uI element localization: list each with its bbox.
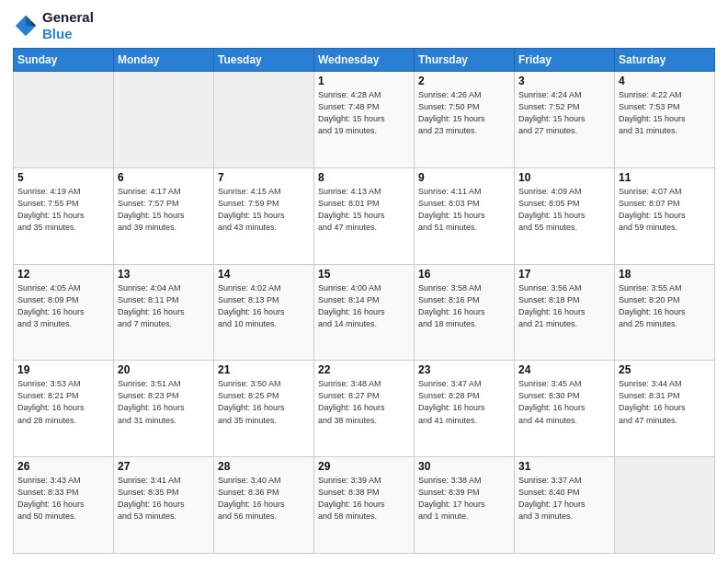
calendar-day-cell: 21Sunrise: 3:50 AM Sunset: 8:25 PM Dayli… [214, 361, 314, 457]
svg-marker-1 [26, 16, 36, 26]
calendar-week-row: 19Sunrise: 3:53 AM Sunset: 8:21 PM Dayli… [14, 361, 715, 457]
day-number: 20 [118, 363, 210, 376]
day-number: 3 [518, 75, 610, 87]
calendar-day-cell [214, 72, 314, 168]
calendar-day-cell: 26Sunrise: 3:43 AM Sunset: 8:33 PM Dayli… [14, 457, 114, 554]
day-info: Sunrise: 4:15 AM Sunset: 7:59 PM Dayligh… [218, 186, 310, 234]
calendar-day-cell: 25Sunrise: 3:44 AM Sunset: 8:31 PM Dayli… [615, 361, 715, 457]
day-info: Sunrise: 3:38 AM Sunset: 8:39 PM Dayligh… [418, 475, 510, 523]
day-number: 17 [518, 268, 610, 281]
calendar-day-cell: 19Sunrise: 3:53 AM Sunset: 8:21 PM Dayli… [14, 361, 114, 457]
calendar-day-cell: 3Sunrise: 4:24 AM Sunset: 7:52 PM Daylig… [515, 72, 615, 168]
calendar-day-cell: 14Sunrise: 4:02 AM Sunset: 8:13 PM Dayli… [214, 264, 314, 361]
day-number: 18 [619, 268, 711, 281]
page: General Blue SundayMondayTuesdayWednesda… [0, 0, 728, 563]
day-number: 22 [318, 363, 410, 376]
day-number: 29 [318, 460, 410, 473]
weekday-header: Monday [114, 49, 214, 72]
day-info: Sunrise: 3:45 AM Sunset: 8:30 PM Dayligh… [518, 378, 610, 426]
day-number: 25 [619, 363, 711, 376]
day-number: 26 [17, 460, 109, 473]
calendar-day-cell: 7Sunrise: 4:15 AM Sunset: 7:59 PM Daylig… [214, 167, 314, 264]
calendar-week-row: 12Sunrise: 4:05 AM Sunset: 8:09 PM Dayli… [14, 264, 715, 361]
calendar-week-row: 5Sunrise: 4:19 AM Sunset: 7:55 PM Daylig… [14, 167, 715, 264]
calendar-day-cell: 17Sunrise: 3:56 AM Sunset: 8:18 PM Dayli… [515, 264, 615, 361]
day-number: 19 [17, 363, 109, 376]
day-info: Sunrise: 4:09 AM Sunset: 8:05 PM Dayligh… [518, 186, 610, 234]
day-info: Sunrise: 4:24 AM Sunset: 7:52 PM Dayligh… [518, 89, 610, 137]
calendar-day-cell: 13Sunrise: 4:04 AM Sunset: 8:11 PM Dayli… [114, 264, 214, 361]
calendar-day-cell: 24Sunrise: 3:45 AM Sunset: 8:30 PM Dayli… [515, 361, 615, 457]
calendar-day-cell [14, 72, 114, 168]
day-info: Sunrise: 4:13 AM Sunset: 8:01 PM Dayligh… [318, 186, 410, 234]
calendar-day-cell: 10Sunrise: 4:09 AM Sunset: 8:05 PM Dayli… [515, 167, 615, 264]
calendar-day-cell: 28Sunrise: 3:40 AM Sunset: 8:36 PM Dayli… [214, 457, 314, 554]
day-info: Sunrise: 4:17 AM Sunset: 7:57 PM Dayligh… [118, 186, 210, 234]
day-info: Sunrise: 4:05 AM Sunset: 8:09 PM Dayligh… [17, 282, 109, 330]
calendar-day-cell: 30Sunrise: 3:38 AM Sunset: 8:39 PM Dayli… [415, 457, 515, 554]
header: General Blue [13, 9, 715, 42]
logo-text: General Blue [42, 9, 94, 42]
calendar-header-row: SundayMondayTuesdayWednesdayThursdayFrid… [14, 49, 715, 72]
day-number: 11 [619, 171, 711, 184]
day-info: Sunrise: 3:39 AM Sunset: 8:38 PM Dayligh… [318, 475, 410, 523]
calendar-table: SundayMondayTuesdayWednesdayThursdayFrid… [13, 48, 715, 554]
weekday-header: Friday [515, 49, 615, 72]
day-info: Sunrise: 3:58 AM Sunset: 8:16 PM Dayligh… [418, 282, 510, 330]
day-info: Sunrise: 3:56 AM Sunset: 8:18 PM Dayligh… [518, 282, 610, 330]
day-info: Sunrise: 4:02 AM Sunset: 8:13 PM Dayligh… [218, 282, 310, 330]
calendar-day-cell: 2Sunrise: 4:26 AM Sunset: 7:50 PM Daylig… [415, 72, 515, 168]
calendar-day-cell: 9Sunrise: 4:11 AM Sunset: 8:03 PM Daylig… [415, 167, 515, 264]
day-info: Sunrise: 4:19 AM Sunset: 7:55 PM Dayligh… [17, 186, 109, 234]
day-number: 23 [418, 363, 510, 376]
day-number: 27 [118, 460, 210, 473]
calendar-day-cell: 12Sunrise: 4:05 AM Sunset: 8:09 PM Dayli… [14, 264, 114, 361]
weekday-header: Wednesday [314, 49, 415, 72]
day-number: 14 [218, 268, 310, 281]
day-number: 5 [17, 171, 109, 184]
day-number: 8 [318, 171, 410, 184]
day-number: 6 [118, 171, 210, 184]
day-info: Sunrise: 3:47 AM Sunset: 8:28 PM Dayligh… [418, 378, 510, 426]
day-number: 7 [218, 171, 310, 184]
day-info: Sunrise: 4:26 AM Sunset: 7:50 PM Dayligh… [418, 89, 510, 137]
calendar-day-cell: 6Sunrise: 4:17 AM Sunset: 7:57 PM Daylig… [114, 167, 214, 264]
day-number: 1 [318, 75, 410, 87]
day-number: 9 [418, 171, 510, 184]
day-number: 2 [418, 75, 510, 87]
day-number: 31 [518, 460, 610, 473]
day-info: Sunrise: 3:44 AM Sunset: 8:31 PM Dayligh… [619, 378, 711, 426]
calendar-day-cell: 1Sunrise: 4:28 AM Sunset: 7:48 PM Daylig… [314, 72, 415, 168]
day-info: Sunrise: 3:55 AM Sunset: 8:20 PM Dayligh… [619, 282, 711, 330]
day-info: Sunrise: 3:51 AM Sunset: 8:23 PM Dayligh… [118, 378, 210, 426]
day-info: Sunrise: 4:28 AM Sunset: 7:48 PM Dayligh… [318, 89, 410, 137]
logo-icon [13, 13, 39, 39]
calendar-day-cell: 8Sunrise: 4:13 AM Sunset: 8:01 PM Daylig… [314, 167, 415, 264]
day-info: Sunrise: 3:53 AM Sunset: 8:21 PM Dayligh… [17, 378, 109, 426]
calendar-day-cell [615, 457, 715, 554]
day-number: 13 [118, 268, 210, 281]
calendar-day-cell: 4Sunrise: 4:22 AM Sunset: 7:53 PM Daylig… [615, 72, 715, 168]
day-number: 28 [218, 460, 310, 473]
calendar-day-cell: 5Sunrise: 4:19 AM Sunset: 7:55 PM Daylig… [14, 167, 114, 264]
day-info: Sunrise: 3:50 AM Sunset: 8:25 PM Dayligh… [218, 378, 310, 426]
day-info: Sunrise: 4:11 AM Sunset: 8:03 PM Dayligh… [418, 186, 510, 234]
day-info: Sunrise: 4:04 AM Sunset: 8:11 PM Dayligh… [118, 282, 210, 330]
day-info: Sunrise: 3:43 AM Sunset: 8:33 PM Dayligh… [17, 475, 109, 523]
calendar-day-cell: 20Sunrise: 3:51 AM Sunset: 8:23 PM Dayli… [114, 361, 214, 457]
weekday-header: Saturday [615, 49, 715, 72]
day-info: Sunrise: 4:22 AM Sunset: 7:53 PM Dayligh… [619, 89, 711, 137]
calendar-day-cell: 18Sunrise: 3:55 AM Sunset: 8:20 PM Dayli… [615, 264, 715, 361]
day-number: 12 [17, 268, 109, 281]
weekday-header: Tuesday [214, 49, 314, 72]
weekday-header: Sunday [14, 49, 114, 72]
calendar-week-row: 1Sunrise: 4:28 AM Sunset: 7:48 PM Daylig… [14, 72, 715, 168]
day-info: Sunrise: 4:07 AM Sunset: 8:07 PM Dayligh… [619, 186, 711, 234]
day-number: 30 [418, 460, 510, 473]
weekday-header: Thursday [415, 49, 515, 72]
day-info: Sunrise: 3:37 AM Sunset: 8:40 PM Dayligh… [518, 475, 610, 523]
day-number: 4 [619, 75, 711, 87]
day-info: Sunrise: 3:48 AM Sunset: 8:27 PM Dayligh… [318, 378, 410, 426]
calendar-day-cell: 16Sunrise: 3:58 AM Sunset: 8:16 PM Dayli… [415, 264, 515, 361]
day-number: 15 [318, 268, 410, 281]
